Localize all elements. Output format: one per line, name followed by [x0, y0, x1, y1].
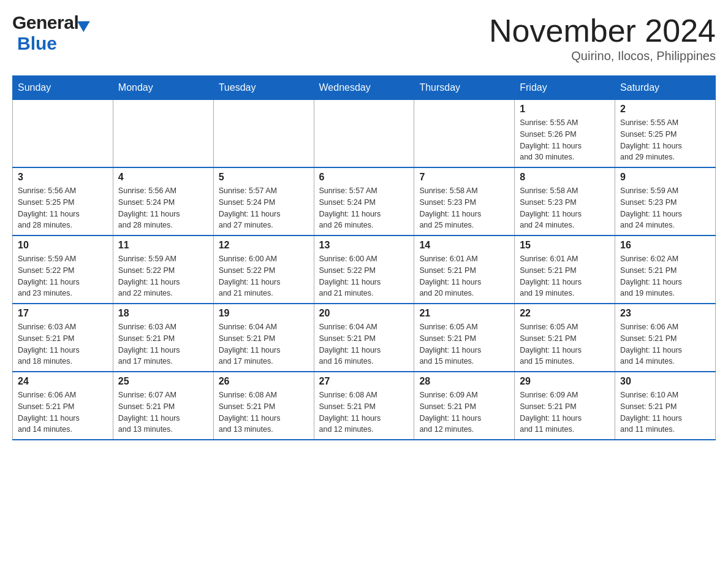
day-number: 19 — [219, 308, 309, 319]
calendar-cell: 27Sunrise: 6:08 AM Sunset: 5:21 PM Dayli… — [314, 372, 414, 440]
day-info: Sunrise: 5:57 AM Sunset: 5:24 PM Dayligh… — [319, 185, 409, 231]
weekday-header-monday: Monday — [113, 76, 213, 100]
title-area: November 2024 Quirino, Ilocos, Philippin… — [489, 12, 716, 63]
day-number: 5 — [219, 172, 309, 183]
day-info: Sunrise: 6:10 AM Sunset: 5:21 PM Dayligh… — [620, 389, 710, 435]
calendar-cell: 6Sunrise: 5:57 AM Sunset: 5:24 PM Daylig… — [314, 167, 414, 236]
day-number: 20 — [319, 308, 409, 319]
calendar-cell: 2Sunrise: 5:55 AM Sunset: 5:25 PM Daylig… — [615, 100, 716, 168]
weekday-header-tuesday: Tuesday — [213, 76, 314, 100]
page-title: November 2024 — [489, 12, 716, 49]
day-info: Sunrise: 5:58 AM Sunset: 5:23 PM Dayligh… — [419, 185, 509, 231]
calendar-week-5: 24Sunrise: 6:06 AM Sunset: 5:21 PM Dayli… — [13, 372, 716, 440]
day-info: Sunrise: 5:59 AM Sunset: 5:22 PM Dayligh… — [118, 253, 208, 299]
logo-arrow-icon — [77, 16, 93, 32]
day-info: Sunrise: 5:55 AM Sunset: 5:25 PM Dayligh… — [620, 117, 710, 163]
day-info: Sunrise: 5:58 AM Sunset: 5:23 PM Dayligh… — [520, 185, 610, 231]
day-number: 28 — [419, 376, 509, 387]
calendar-week-4: 17Sunrise: 6:03 AM Sunset: 5:21 PM Dayli… — [13, 304, 716, 372]
day-number: 7 — [419, 172, 509, 183]
calendar-cell: 5Sunrise: 5:57 AM Sunset: 5:24 PM Daylig… — [213, 167, 314, 236]
calendar-week-1: 1Sunrise: 5:55 AM Sunset: 5:26 PM Daylig… — [13, 100, 716, 168]
calendar-cell: 16Sunrise: 6:02 AM Sunset: 5:21 PM Dayli… — [615, 236, 716, 304]
calendar-cell: 19Sunrise: 6:04 AM Sunset: 5:21 PM Dayli… — [213, 304, 314, 372]
day-info: Sunrise: 5:56 AM Sunset: 5:25 PM Dayligh… — [18, 185, 108, 231]
day-number: 10 — [18, 240, 108, 251]
calendar-cell: 25Sunrise: 6:07 AM Sunset: 5:21 PM Dayli… — [113, 372, 213, 440]
day-number: 12 — [219, 240, 309, 251]
day-number: 8 — [520, 172, 610, 183]
day-info: Sunrise: 6:00 AM Sunset: 5:22 PM Dayligh… — [219, 253, 309, 299]
calendar-cell: 21Sunrise: 6:05 AM Sunset: 5:21 PM Dayli… — [414, 304, 515, 372]
calendar-cell — [113, 100, 213, 168]
calendar-cell: 9Sunrise: 5:59 AM Sunset: 5:23 PM Daylig… — [615, 167, 716, 236]
day-info: Sunrise: 6:03 AM Sunset: 5:21 PM Dayligh… — [18, 321, 108, 367]
day-number: 16 — [620, 240, 710, 251]
calendar-cell: 13Sunrise: 6:00 AM Sunset: 5:22 PM Dayli… — [314, 236, 414, 304]
day-number: 2 — [620, 104, 710, 115]
day-info: Sunrise: 6:06 AM Sunset: 5:21 PM Dayligh… — [620, 321, 710, 367]
day-info: Sunrise: 6:01 AM Sunset: 5:21 PM Dayligh… — [520, 253, 610, 299]
logo-general: General — [12, 12, 78, 33]
day-info: Sunrise: 6:08 AM Sunset: 5:21 PM Dayligh… — [319, 389, 409, 435]
day-number: 9 — [620, 172, 710, 183]
calendar-cell — [213, 100, 314, 168]
calendar-cell: 14Sunrise: 6:01 AM Sunset: 5:21 PM Dayli… — [414, 236, 515, 304]
day-info: Sunrise: 5:56 AM Sunset: 5:24 PM Dayligh… — [118, 185, 208, 231]
day-number: 25 — [118, 376, 208, 387]
day-number: 4 — [118, 172, 208, 183]
weekday-header-friday: Friday — [515, 76, 615, 100]
calendar-cell: 30Sunrise: 6:10 AM Sunset: 5:21 PM Dayli… — [615, 372, 716, 440]
weekday-header-wednesday: Wednesday — [314, 76, 414, 100]
calendar-cell: 17Sunrise: 6:03 AM Sunset: 5:21 PM Dayli… — [13, 304, 113, 372]
day-number: 23 — [620, 308, 710, 319]
day-info: Sunrise: 5:59 AM Sunset: 5:22 PM Dayligh… — [18, 253, 108, 299]
day-info: Sunrise: 6:02 AM Sunset: 5:21 PM Dayligh… — [620, 253, 710, 299]
day-number: 1 — [520, 104, 610, 115]
day-number: 15 — [520, 240, 610, 251]
weekday-header-thursday: Thursday — [414, 76, 515, 100]
calendar-cell: 12Sunrise: 6:00 AM Sunset: 5:22 PM Dayli… — [213, 236, 314, 304]
day-info: Sunrise: 5:55 AM Sunset: 5:26 PM Dayligh… — [520, 117, 610, 163]
day-number: 24 — [18, 376, 108, 387]
calendar-cell: 18Sunrise: 6:03 AM Sunset: 5:21 PM Dayli… — [113, 304, 213, 372]
calendar-cell: 26Sunrise: 6:08 AM Sunset: 5:21 PM Dayli… — [213, 372, 314, 440]
day-number: 14 — [419, 240, 509, 251]
day-number: 27 — [319, 376, 409, 387]
calendar-table: SundayMondayTuesdayWednesdayThursdayFrid… — [12, 75, 716, 440]
day-info: Sunrise: 5:57 AM Sunset: 5:24 PM Dayligh… — [219, 185, 309, 231]
calendar-cell: 10Sunrise: 5:59 AM Sunset: 5:22 PM Dayli… — [13, 236, 113, 304]
day-number: 6 — [319, 172, 409, 183]
day-info: Sunrise: 6:08 AM Sunset: 5:21 PM Dayligh… — [219, 389, 309, 435]
day-info: Sunrise: 6:04 AM Sunset: 5:21 PM Dayligh… — [319, 321, 409, 367]
calendar-week-3: 10Sunrise: 5:59 AM Sunset: 5:22 PM Dayli… — [13, 236, 716, 304]
calendar-week-2: 3Sunrise: 5:56 AM Sunset: 5:25 PM Daylig… — [13, 167, 716, 236]
calendar-cell: 7Sunrise: 5:58 AM Sunset: 5:23 PM Daylig… — [414, 167, 515, 236]
calendar-cell: 8Sunrise: 5:58 AM Sunset: 5:23 PM Daylig… — [515, 167, 615, 236]
day-number: 22 — [520, 308, 610, 319]
logo: General Blue — [12, 12, 91, 54]
calendar-cell: 28Sunrise: 6:09 AM Sunset: 5:21 PM Dayli… — [414, 372, 515, 440]
day-number: 29 — [520, 376, 610, 387]
day-info: Sunrise: 6:09 AM Sunset: 5:21 PM Dayligh… — [419, 389, 509, 435]
logo-blue: Blue — [17, 33, 57, 53]
calendar-cell: 11Sunrise: 5:59 AM Sunset: 5:22 PM Dayli… — [113, 236, 213, 304]
weekday-header-row: SundayMondayTuesdayWednesdayThursdayFrid… — [13, 76, 716, 100]
calendar-cell — [314, 100, 414, 168]
weekday-header-saturday: Saturday — [615, 76, 716, 100]
day-info: Sunrise: 6:06 AM Sunset: 5:21 PM Dayligh… — [18, 389, 108, 435]
day-number: 13 — [319, 240, 409, 251]
calendar-cell — [414, 100, 515, 168]
calendar-cell: 22Sunrise: 6:05 AM Sunset: 5:21 PM Dayli… — [515, 304, 615, 372]
day-number: 21 — [419, 308, 509, 319]
header: General Blue November 2024 Quirino, Iloc… — [12, 12, 716, 63]
day-info: Sunrise: 5:59 AM Sunset: 5:23 PM Dayligh… — [620, 185, 710, 231]
calendar-cell: 20Sunrise: 6:04 AM Sunset: 5:21 PM Dayli… — [314, 304, 414, 372]
day-number: 17 — [18, 308, 108, 319]
day-number: 30 — [620, 376, 710, 387]
day-info: Sunrise: 6:01 AM Sunset: 5:21 PM Dayligh… — [419, 253, 509, 299]
day-number: 3 — [18, 172, 108, 183]
calendar-cell: 24Sunrise: 6:06 AM Sunset: 5:21 PM Dayli… — [13, 372, 113, 440]
day-info: Sunrise: 6:07 AM Sunset: 5:21 PM Dayligh… — [118, 389, 208, 435]
calendar-cell: 4Sunrise: 5:56 AM Sunset: 5:24 PM Daylig… — [113, 167, 213, 236]
